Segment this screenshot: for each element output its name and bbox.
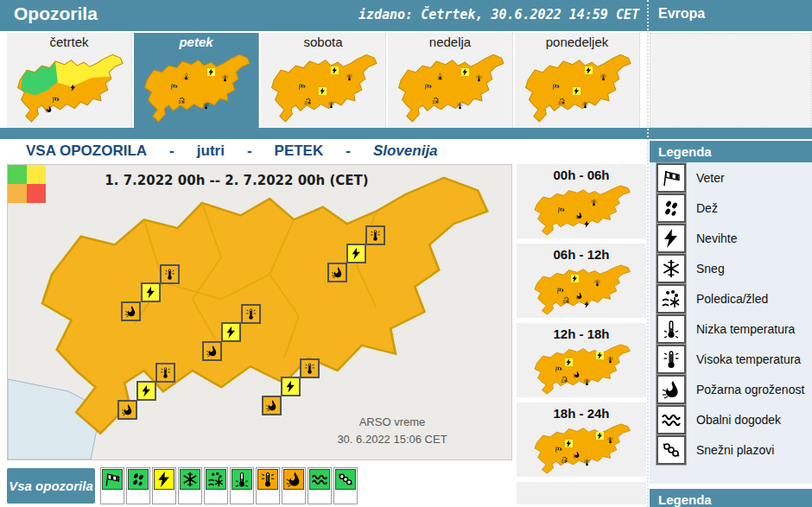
risk-low bbox=[8, 165, 27, 184]
sleet-icon bbox=[562, 296, 570, 304]
high-temp-icon bbox=[456, 102, 464, 110]
tab-label: nedelja bbox=[429, 35, 471, 52]
warnings-title-region: Slovenija bbox=[373, 143, 438, 160]
fire-icon bbox=[573, 451, 580, 459]
tab-nedelja[interactable]: nedelja bbox=[388, 33, 513, 128]
legend-footer-header: Legenda bbox=[650, 489, 812, 507]
windsock-icon bbox=[555, 446, 562, 453]
day-tabs: četrtek petek sobota bbox=[7, 33, 644, 128]
high-temp-icon bbox=[475, 74, 483, 82]
thunderstorm-warning-icon bbox=[281, 377, 301, 396]
sleet-icon bbox=[304, 98, 312, 105]
high-temp-icon bbox=[327, 101, 335, 109]
all-warnings-button[interactable]: Vsa opozorila bbox=[7, 468, 95, 504]
high-temp-icon bbox=[257, 469, 278, 490]
page-title: Opozorila bbox=[14, 3, 98, 24]
mini-map-sobota bbox=[266, 54, 380, 126]
legend-label: Obalni dogodek bbox=[696, 413, 781, 427]
timeslot-filler bbox=[517, 482, 646, 504]
sleet-icon bbox=[561, 376, 568, 383]
lightning-icon bbox=[565, 358, 573, 366]
rain-icon bbox=[128, 469, 149, 490]
tab-cetrtek[interactable]: četrtek bbox=[7, 33, 132, 128]
timeslot-map[interactable] bbox=[530, 344, 633, 397]
legend-header: Legenda bbox=[650, 141, 812, 162]
filter-high-temp-button[interactable] bbox=[256, 467, 280, 504]
lightning-icon bbox=[596, 352, 604, 359]
separator: - bbox=[247, 143, 252, 160]
separator: - bbox=[346, 143, 351, 160]
low-temp-icon bbox=[436, 73, 444, 80]
mini-map-nedelja bbox=[393, 54, 507, 126]
fire-icon bbox=[283, 469, 304, 490]
fire-warning-icon bbox=[262, 396, 282, 415]
avalanche-icon bbox=[335, 469, 356, 490]
timeslot-map[interactable] bbox=[530, 185, 633, 238]
windsock-icon bbox=[555, 365, 562, 373]
legend-item-fire: Požarna ogroženost bbox=[650, 374, 812, 404]
sleet-icon bbox=[206, 469, 226, 490]
mini-map-petek bbox=[139, 54, 253, 126]
high-temp-warning-icon bbox=[300, 358, 320, 378]
tab-sobota[interactable]: sobota bbox=[261, 33, 386, 128]
timeslot-column: 00h - 06h 06h - 12h 12h - 18h 18h - 24h bbox=[517, 164, 646, 488]
risk-high bbox=[8, 184, 27, 203]
filter-fire-button[interactable] bbox=[282, 467, 306, 504]
timeslot-map[interactable] bbox=[530, 264, 633, 318]
high-temp-icon bbox=[590, 199, 598, 206]
timeslot-map[interactable] bbox=[530, 423, 633, 477]
lightning-icon bbox=[565, 440, 573, 447]
windsock-icon bbox=[298, 83, 306, 91]
rain-icon bbox=[657, 193, 686, 223]
legend-panel: Veter Dež Nevihte Sneg Poledica/žled Niz… bbox=[650, 162, 812, 484]
filter-sleet-button[interactable] bbox=[204, 467, 228, 504]
legend-label: Nizka temperatura bbox=[696, 322, 795, 336]
timeslot-label: 18h - 24h bbox=[517, 406, 646, 423]
windsock-icon bbox=[424, 83, 432, 91]
windsock-icon bbox=[52, 96, 60, 104]
fire-icon bbox=[573, 371, 580, 378]
timeslot-block: 00h - 06h bbox=[517, 164, 646, 238]
tab-ponedeljek[interactable]: ponedeljek bbox=[515, 33, 640, 128]
high-temp-icon bbox=[346, 73, 353, 81]
waves-icon bbox=[657, 405, 686, 434]
windsock-icon bbox=[556, 287, 564, 295]
legend-label: Veter bbox=[696, 171, 725, 185]
map-credit-time: 30. 6.2022 15:06 CET bbox=[293, 431, 492, 448]
section-divider bbox=[0, 128, 812, 139]
windsock-icon bbox=[170, 83, 178, 91]
issued-timestamp: izdano: Četrtek, 30.6.2022 14:59 CET bbox=[358, 7, 639, 22]
filter-coastal-button[interactable] bbox=[308, 467, 332, 504]
high-temp-icon bbox=[606, 356, 614, 364]
high-temp-warning-icon bbox=[241, 304, 261, 324]
legend-label: Sneg bbox=[696, 262, 725, 276]
europe-link[interactable]: Evropa bbox=[658, 6, 705, 22]
legend-label: Visoka temperatura bbox=[696, 352, 801, 366]
high-temp-icon bbox=[593, 279, 601, 287]
legend-item-high-temp: Visoka temperatura bbox=[650, 344, 812, 374]
warnings-page: Opozorila izdano: Četrtek, 30.6.2022 14:… bbox=[0, 0, 812, 507]
timeslot-block: 12h - 18h bbox=[517, 323, 646, 397]
lightning-icon bbox=[571, 275, 579, 282]
legend-label: Požarna ogroženost bbox=[696, 383, 804, 396]
windsock-icon bbox=[102, 469, 123, 490]
fire-icon bbox=[45, 105, 53, 113]
timeslot-block: 06h - 12h bbox=[517, 244, 646, 318]
filter-avalanche-button[interactable] bbox=[333, 467, 358, 504]
thunderstorm-warning-icon bbox=[221, 322, 241, 342]
filter-storms-button[interactable] bbox=[152, 467, 176, 504]
tab-petek[interactable]: petek bbox=[134, 33, 259, 128]
filter-wind-button[interactable] bbox=[100, 467, 124, 504]
timeslot-block: 18h - 24h bbox=[517, 402, 646, 477]
risk-scale bbox=[8, 165, 46, 203]
map-credit: ARSO vreme 30. 6.2022 15:06 CET bbox=[293, 414, 492, 448]
fire-warning-icon bbox=[327, 263, 347, 282]
thunderstorm-warning-icon bbox=[141, 282, 161, 302]
low-temp-icon bbox=[232, 469, 252, 490]
filter-snow-button[interactable] bbox=[178, 467, 202, 504]
mini-map-cetrtek bbox=[12, 54, 126, 126]
warnings-title: VSA OPOZORILA - jutri - PETEK - Slovenij… bbox=[26, 141, 438, 162]
europe-panel bbox=[650, 33, 812, 128]
filter-low-temp-button[interactable] bbox=[230, 467, 254, 504]
filter-rain-button[interactable] bbox=[126, 467, 150, 504]
